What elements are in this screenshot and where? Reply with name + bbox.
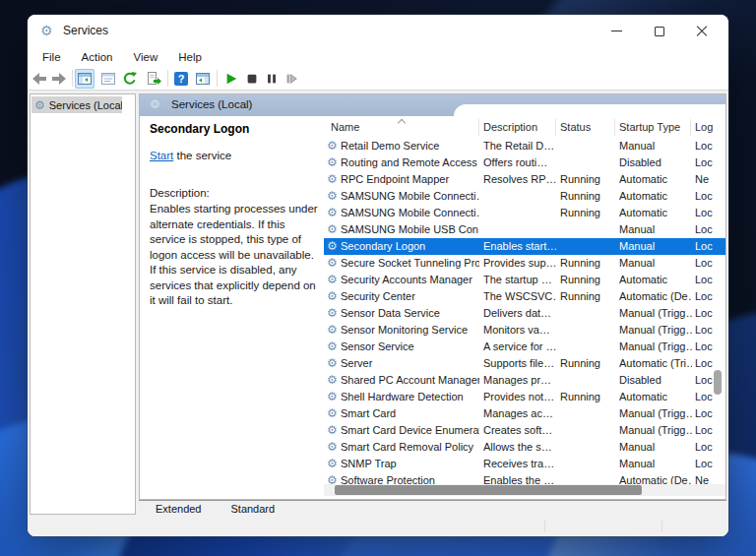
- refresh-icon[interactable]: [120, 69, 140, 89]
- service-row[interactable]: ⚙Shared PC Account ManagerManages pr…Dis…: [324, 372, 725, 389]
- minimize-button[interactable]: [596, 15, 638, 47]
- column-separator[interactable]: [614, 119, 615, 136]
- service-row[interactable]: ⚙SAMSUNG Mobile Connecti…RunningAutomati…: [324, 205, 725, 221]
- back-icon[interactable]: [30, 69, 49, 89]
- service-row[interactable]: ⚙RPC Endpoint MapperResolves RP…RunningA…: [324, 171, 725, 188]
- vertical-scrollbar-thumb[interactable]: [714, 370, 722, 395]
- service-description: Offers routi…: [483, 154, 556, 171]
- maximize-button[interactable]: [638, 15, 680, 47]
- start-service-icon[interactable]: [221, 69, 241, 89]
- service-description: Resolves RP…: [483, 171, 556, 188]
- column-header-log-on-as[interactable]: Log: [695, 121, 713, 133]
- service-row[interactable]: ⚙Security Accounts ManagerThe startup …R…: [324, 272, 725, 288]
- horizontal-scrollbar[interactable]: [324, 484, 725, 496]
- show-action-pane-icon[interactable]: [193, 69, 213, 89]
- column-header-startup-type[interactable]: Startup Type: [619, 121, 680, 133]
- service-description: A service for …: [483, 339, 556, 355]
- close-button[interactable]: [680, 15, 723, 47]
- service-row[interactable]: ⚙Secondary LogonEnables start…ManualLoc: [324, 238, 725, 255]
- tab-extended[interactable]: Extended: [143, 501, 214, 518]
- service-row[interactable]: ⚙Sensor Data ServiceDelivers dat…Manual …: [324, 305, 725, 322]
- service-row[interactable]: ⚙Sensor ServiceA service for …Manual (Tr…: [324, 339, 725, 355]
- service-startup-type: Automatic: [619, 272, 692, 288]
- horizontal-scrollbar-thumb[interactable]: [335, 485, 642, 495]
- status-bar: [28, 518, 728, 536]
- service-name: Sensor Data Service: [341, 305, 479, 322]
- service-gear-icon: ⚙: [327, 390, 338, 404]
- service-log-on-as: Loc: [695, 238, 725, 255]
- service-row[interactable]: ⚙Smart Card Removal PolicyAllows the s…M…: [324, 439, 725, 456]
- column-header-status[interactable]: Status: [560, 121, 591, 133]
- service-status: Running: [560, 171, 615, 188]
- column-header-description[interactable]: Description: [483, 121, 537, 133]
- service-startup-type: Manual (Trigg…: [619, 422, 692, 439]
- service-row[interactable]: ⚙Smart Card Device Enumerat…Creates soft…: [324, 422, 725, 439]
- pause-service-icon[interactable]: [262, 69, 282, 89]
- tab-standard[interactable]: Standard: [218, 501, 287, 518]
- export-list-icon[interactable]: [144, 69, 163, 89]
- service-name: Retail Demo Service: [341, 138, 479, 154]
- tree-item-services-local[interactable]: ⚙ Services (Local): [32, 96, 122, 113]
- service-gear-icon: ⚙: [327, 356, 338, 371]
- service-startup-type: Manual: [619, 255, 692, 272]
- tree-item-label: Services (Local): [49, 99, 122, 111]
- service-status: Running: [560, 205, 615, 221]
- service-name: Secure Socket Tunneling Pro…: [341, 255, 479, 272]
- service-startup-type: Automatic (De…: [619, 288, 692, 305]
- service-description: Supports file…: [483, 355, 556, 372]
- service-status: Running: [560, 288, 615, 305]
- service-log-on-as: Loc: [695, 221, 725, 238]
- service-row[interactable]: ⚙SAMSUNG Mobile USB Con…ManualLoc: [324, 221, 725, 238]
- service-row[interactable]: ⚙ServerSupports file…RunningAutomatic (T…: [324, 355, 725, 372]
- service-gear-icon: ⚙: [327, 373, 338, 388]
- console-workspace: ⚙ Services (Local) ⚙ Services (Local) Se…: [28, 91, 728, 536]
- service-name: Server: [341, 355, 479, 372]
- service-log-on-as: Loc: [695, 138, 725, 154]
- service-gear-icon: ⚙: [327, 206, 338, 220]
- column-separator[interactable]: [478, 119, 479, 136]
- service-name: SAMSUNG Mobile Connecti…: [341, 188, 479, 205]
- service-gear-icon: ⚙: [327, 440, 338, 455]
- column-header-name[interactable]: Name: [331, 121, 359, 133]
- service-log-on-as: Loc: [695, 205, 725, 221]
- window-controls: [596, 15, 723, 47]
- service-gear-icon: ⚙: [327, 172, 338, 187]
- service-row[interactable]: ⚙Smart CardManages ac…Manual (Trigg…Loc: [324, 405, 725, 422]
- title-bar: ⚙ Services: [28, 15, 728, 47]
- selected-service-name: Secondary Logon: [150, 122, 249, 136]
- service-name: Smart Card Removal Policy: [341, 439, 479, 456]
- properties-icon[interactable]: [98, 69, 118, 89]
- menu-bar: FileActionViewHelp: [28, 47, 728, 67]
- service-name: Routing and Remote Access: [341, 154, 479, 171]
- service-rows: ⚙Retail Demo ServiceThe Retail D…ManualL…: [324, 138, 725, 489]
- service-row[interactable]: ⚙SAMSUNG Mobile Connecti…RunningAutomati…: [324, 188, 725, 205]
- start-service-link[interactable]: Start: [150, 150, 173, 161]
- show-console-tree-icon[interactable]: [75, 69, 94, 89]
- column-separator[interactable]: [690, 119, 691, 136]
- service-startup-type: Automatic: [619, 389, 692, 405]
- list-header: Name Description Status Startup Type Log: [324, 116, 725, 138]
- help-icon[interactable]: ?: [171, 69, 191, 89]
- service-row[interactable]: ⚙Secure Socket Tunneling Pro…Provides su…: [324, 255, 725, 272]
- service-row[interactable]: ⚙Shell Hardware DetectionProvides not…Ru…: [324, 389, 725, 405]
- service-row[interactable]: ⚙Routing and Remote AccessOffers routi…D…: [324, 154, 725, 171]
- service-startup-type: Manual: [619, 138, 692, 154]
- menu-help[interactable]: Help: [175, 49, 205, 65]
- service-row[interactable]: ⚙SNMP TrapReceives tra…ManualLoc: [324, 456, 725, 472]
- service-gear-icon: ⚙: [327, 256, 338, 271]
- service-row[interactable]: ⚙Sensor Monitoring ServiceMonitors va…Ma…: [324, 322, 725, 339]
- service-gear-icon: ⚙: [327, 457, 338, 471]
- forward-icon[interactable]: [49, 69, 69, 89]
- menu-file[interactable]: File: [39, 49, 64, 65]
- service-start-line: Start the service: [150, 150, 231, 161]
- stop-service-icon[interactable]: [242, 69, 262, 89]
- service-row[interactable]: ⚙Retail Demo ServiceThe Retail D…ManualL…: [324, 138, 725, 154]
- service-row[interactable]: ⚙Security CenterThe WSCSVC…RunningAutoma…: [324, 288, 725, 305]
- service-startup-type: Manual: [619, 456, 692, 472]
- service-description: Allows the s…: [483, 439, 556, 456]
- restart-service-icon[interactable]: [282, 69, 301, 89]
- menu-action[interactable]: Action: [79, 49, 116, 65]
- column-separator[interactable]: [555, 119, 556, 136]
- service-gear-icon: ⚙: [327, 239, 338, 254]
- menu-view[interactable]: View: [131, 49, 161, 65]
